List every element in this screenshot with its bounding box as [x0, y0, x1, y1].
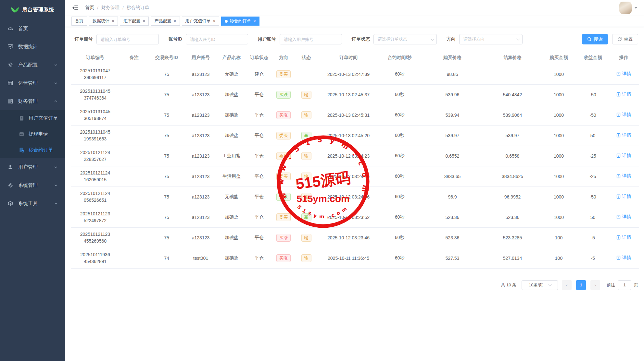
result-cell: 输 [295, 227, 318, 248]
sidebar-item-tools[interactable]: 系统工具 [0, 194, 65, 212]
order-status-cell: 平仓 [246, 227, 272, 248]
detail-link[interactable]: 详情 [616, 173, 631, 179]
sidebar-item-label: 首页 [18, 26, 58, 32]
detail-link-label: 详情 [622, 91, 631, 97]
sidebar-item-contract-orders[interactable]: 秒合约订单 [0, 142, 65, 158]
detail-link[interactable]: 详情 [616, 214, 631, 220]
document-icon [18, 115, 25, 122]
close-icon[interactable]: × [253, 19, 256, 23]
action-cell: 详情 [608, 146, 639, 166]
detail-link[interactable]: 详情 [616, 112, 631, 118]
direction-badge: 委买 [276, 173, 291, 180]
breadcrumb-finance[interactable]: 财务管理 [101, 5, 120, 11]
sidebar-item-finance[interactable]: 财务管理 [0, 92, 65, 110]
action-cell: 详情 [608, 105, 639, 125]
close-icon[interactable]: × [143, 19, 145, 23]
table-row: 202510121124 228357627 75 a123123 工业用盐 平… [71, 146, 639, 166]
detail-link[interactable]: 详情 [616, 91, 631, 97]
order-status-select[interactable]: 请选择订单状态 [373, 34, 437, 44]
product-cell: 工业用盐 [217, 146, 246, 166]
filter-bar: 订单编号 账号ID 用户账号 订单状态 请选择订单状态 [75, 34, 638, 44]
order-time-cell: 2025-10-12 03:24:23 [318, 146, 379, 166]
avatar[interactable] [619, 2, 632, 14]
result-cell: 输 [295, 84, 318, 105]
next-page-button[interactable]: › [590, 280, 600, 290]
sidebar-item-product-config[interactable]: 产品配置 [0, 56, 65, 74]
tab-stats[interactable]: 数据统计 × [89, 17, 118, 26]
close-icon[interactable]: × [173, 19, 176, 23]
goto-page-input[interactable] [618, 280, 631, 290]
detail-link[interactable]: 详情 [616, 194, 631, 199]
sidebar-item-system[interactable]: 系统管理 [0, 176, 65, 194]
remark-cell [120, 227, 149, 248]
prev-page-button[interactable]: ‹ [562, 280, 572, 290]
detail-link[interactable]: 详情 [616, 255, 631, 261]
filter-label: 订单状态 [352, 36, 370, 42]
tab-home[interactable]: 首页 [71, 17, 87, 26]
sidebar-item-home[interactable]: 首页 [0, 19, 65, 38]
detail-link[interactable]: 详情 [616, 235, 631, 240]
dashboard-icon [7, 25, 14, 32]
sidebar-item-label: 产品配置 [18, 62, 54, 68]
sidebar-item-users[interactable]: 用户管理 [0, 158, 65, 176]
reset-button[interactable]: 重置 [612, 34, 638, 44]
direction-cell: 委买 [272, 64, 295, 84]
order-status-cell: 平仓 [246, 248, 272, 268]
amount-cell: 1000 [540, 146, 577, 166]
open-tabs-bar: 首页 数据统计 × 汇率配置 × 产品配置 × 用户充值订单 × 秒合约订单 × [65, 16, 644, 27]
order-time-cell: 2025-10-13 02:45:31 [318, 105, 379, 125]
column-header: 交易账号ID [149, 52, 184, 64]
user-account-input[interactable] [280, 34, 342, 44]
page-size-select[interactable]: 10条/页 [522, 280, 558, 290]
order-no-input[interactable] [96, 34, 159, 44]
sidebar-item-label: 系统管理 [18, 182, 54, 188]
detail-link-label: 详情 [622, 235, 631, 240]
order-status-cell: 平仓 [246, 187, 272, 207]
sidebar-item-stats[interactable]: 数据统计 [0, 38, 65, 56]
sidebar-item-operation[interactable]: 运营管理 [0, 74, 65, 92]
sidebar-item-recharge-orders[interactable]: 用户充值订单 [0, 110, 65, 126]
direction-badge: 买涨 [276, 111, 291, 119]
user-menu[interactable] [619, 2, 638, 14]
order-status-cell: 平仓 [246, 207, 272, 227]
direction-select[interactable]: 请选择方向 [459, 34, 523, 44]
close-icon[interactable]: × [112, 19, 114, 23]
page-number-button[interactable]: 1 [576, 280, 586, 290]
settle-price-cell: 3834.8625 [485, 166, 540, 187]
pagination: 共 10 条 10条/页 ‹ 1 › 前往 页 [71, 280, 638, 290]
amount-cell: 1000 [540, 187, 577, 207]
profit-cell: -50 [577, 187, 608, 207]
column-header: 用户账号 [184, 52, 217, 64]
account-id-input[interactable] [186, 34, 248, 44]
tab-exchange-rate[interactable]: 汇率配置 × [120, 17, 149, 26]
breadcrumb-home[interactable]: 首页 [85, 5, 94, 11]
detail-link[interactable]: 详情 [616, 132, 631, 138]
sidebar-collapse-icon[interactable] [72, 5, 79, 11]
result-badge: 输 [301, 234, 311, 242]
close-icon[interactable]: × [213, 19, 216, 23]
goto-page: 前往 页 [607, 280, 638, 290]
column-header: 结算价格 [485, 52, 540, 64]
action-cell: 详情 [608, 207, 639, 227]
search-button[interactable]: 搜索 [582, 34, 608, 44]
direction-cell: 委买 [272, 125, 295, 146]
trade-id-cell: 74 [149, 248, 184, 268]
tab-recharge-orders[interactable]: 用户充值订单 × [182, 17, 219, 26]
sidebar-item-withdraw-requests[interactable]: 提现申请 [0, 126, 65, 142]
trade-id-cell: 75 [149, 64, 184, 84]
filter-order-no: 订单编号 [75, 34, 159, 44]
tab-contract-orders[interactable]: 秒合约订单 × [221, 17, 259, 26]
sidebar-menu: 首页 数据统计 产品配置 [0, 19, 65, 212]
tab-label: 秒合约订单 [230, 18, 251, 24]
detail-link[interactable]: 详情 [616, 153, 631, 159]
sidebar-item-label: 数据统计 [18, 44, 58, 50]
table-row: 202510121123 455269560 75 a123123 加碘盐 平仓… [71, 227, 639, 248]
sidebar-item-label: 用户管理 [18, 164, 54, 170]
product-cell: 生活用盐 [217, 166, 246, 187]
remark-cell [120, 105, 149, 125]
action-cell: 详情 [608, 227, 639, 248]
tab-product-config[interactable]: 产品配置 × [151, 17, 180, 26]
action-cell: 详情 [608, 166, 639, 187]
detail-link[interactable]: 详情 [616, 71, 631, 77]
tab-label: 首页 [75, 18, 83, 24]
